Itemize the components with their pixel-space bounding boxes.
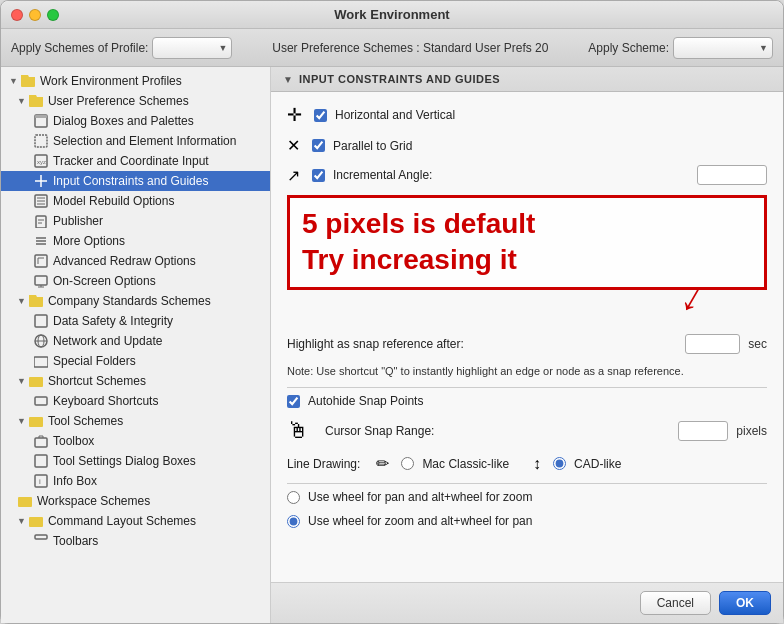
highlight-snap-input[interactable]: 1.00 xyxy=(685,334,740,354)
sidebar-item-advanced-redraw[interactable]: Advanced Redraw Options xyxy=(1,251,270,271)
maximize-button[interactable] xyxy=(47,9,59,21)
sidebar-item-network[interactable]: Network and Update xyxy=(1,331,270,351)
cad-like-icon: ↕ xyxy=(533,455,541,473)
toolbox-icon xyxy=(33,433,49,449)
mac-classic-radio[interactable] xyxy=(401,457,414,470)
sidebar-label: Tool Settings Dialog Boxes xyxy=(53,454,196,468)
sidebar-label: Toolbox xyxy=(53,434,94,448)
line-drawing-row: Line Drawing: ✏ Mac Classic-like ↕ CAD-l… xyxy=(287,454,767,473)
incremental-angle-row: ↗ Incremental Angle: 45.00° xyxy=(287,165,767,185)
svg-rect-38 xyxy=(35,535,47,539)
sidebar-item-toolbars[interactable]: Toolbars xyxy=(1,531,270,551)
svg-rect-20 xyxy=(35,276,47,285)
highlight-snap-unit: sec xyxy=(748,337,767,351)
sidebar-item-data-safety[interactable]: Data Safety & Integrity xyxy=(1,311,270,331)
svg-rect-34 xyxy=(35,475,47,487)
tree-arrow-icon: ▼ xyxy=(9,76,18,86)
pan-zoom-radio[interactable] xyxy=(287,491,300,504)
sidebar-item-selection[interactable]: Selection and Element Information xyxy=(1,131,270,151)
toolbar: Apply Schemes of Profile: ▼ User Prefere… xyxy=(1,29,783,67)
svg-rect-37 xyxy=(29,517,43,527)
svg-text:i: i xyxy=(39,477,41,486)
sidebar-item-shortcut-schemes[interactable]: ▼ Shortcut Schemes xyxy=(1,371,270,391)
hvg-icon: ✛ xyxy=(287,104,302,126)
tree-arrow-icon: ▼ xyxy=(17,516,26,526)
sidebar-label: Company Standards Schemes xyxy=(48,294,211,308)
sidebar-label: Toolbars xyxy=(53,534,98,548)
minimize-button[interactable] xyxy=(29,9,41,21)
sidebar-item-workspace[interactable]: Workspace Schemes xyxy=(1,491,270,511)
incremental-angle-checkbox[interactable] xyxy=(312,169,325,182)
apply-scheme-dropdown[interactable]: ▼ xyxy=(673,37,773,59)
svg-rect-13 xyxy=(36,216,46,228)
callout-line2: Try increasing it xyxy=(302,242,752,278)
highlight-snap-row: Highlight as snap reference after: 1.00 … xyxy=(287,334,767,354)
sidebar-label: Tracker and Coordinate Input xyxy=(53,154,209,168)
tracker-icon: xyz xyxy=(33,153,49,169)
cursor-snap-icon: 🖱 xyxy=(287,418,309,444)
zoom-pan-radio[interactable] xyxy=(287,515,300,528)
ok-button[interactable]: OK xyxy=(719,591,771,615)
sidebar-item-tool-schemes[interactable]: ▼ Tool Schemes xyxy=(1,411,270,431)
sidebar-label: Keyboard Shortcuts xyxy=(53,394,158,408)
sidebar-item-input-constraints[interactable]: Input Constraints and Guides xyxy=(1,171,270,191)
tree-arrow-icon: ▼ xyxy=(17,416,26,426)
svg-text:xyz: xyz xyxy=(37,159,46,165)
publisher-icon xyxy=(33,213,49,229)
sidebar-label: Workspace Schemes xyxy=(37,494,150,508)
sidebar-item-model-rebuild[interactable]: Model Rebuild Options xyxy=(1,191,270,211)
sidebar-item-keyboard[interactable]: Keyboard Shortcuts xyxy=(1,391,270,411)
parallel-grid-checkbox[interactable] xyxy=(312,139,325,152)
autohide-checkbox[interactable] xyxy=(287,395,300,408)
sidebar-item-work-env-profiles[interactable]: ▼ Work Environment Profiles xyxy=(1,71,270,91)
panel-title: INPUT CONSTRAINTS AND GUIDES xyxy=(299,73,500,85)
sidebar-item-toolbox[interactable]: Toolbox xyxy=(1,431,270,451)
folder-icon xyxy=(28,293,44,309)
selection-icon xyxy=(33,133,49,149)
incremental-angle-input[interactable]: 45.00° xyxy=(697,165,767,185)
horizontal-vertical-row: ✛ Horizontal and Vertical xyxy=(287,104,767,126)
cursor-snap-input[interactable]: 5 xyxy=(678,421,728,441)
cancel-button[interactable]: Cancel xyxy=(640,591,711,615)
main-content: ▼ Work Environment Profiles ▼ User Prefe… xyxy=(1,67,783,623)
sidebar-label: Input Constraints and Guides xyxy=(53,174,208,188)
sidebar-item-more-options[interactable]: More Options xyxy=(1,231,270,251)
on-screen-icon xyxy=(33,273,49,289)
apply-schemes-dropdown[interactable]: ▼ xyxy=(152,37,232,59)
parallel-grid-row: ✕ Parallel to Grid xyxy=(287,136,767,155)
data-safety-icon xyxy=(33,313,49,329)
network-icon xyxy=(33,333,49,349)
cursor-snap-label: Cursor Snap Range: xyxy=(325,424,434,438)
sidebar-item-on-screen[interactable]: On-Screen Options xyxy=(1,271,270,291)
sidebar: ▼ Work Environment Profiles ▼ User Prefe… xyxy=(1,67,271,623)
horizontal-vertical-checkbox[interactable] xyxy=(314,109,327,122)
info-box-icon: i xyxy=(33,473,49,489)
close-button[interactable] xyxy=(11,9,23,21)
sidebar-label: Advanced Redraw Options xyxy=(53,254,196,268)
autohide-row: Autohide Snap Points xyxy=(287,394,767,408)
sidebar-label: More Options xyxy=(53,234,125,248)
svg-rect-30 xyxy=(35,397,47,405)
apply-schemes-label: Apply Schemes of Profile: xyxy=(11,41,148,55)
folder-icon xyxy=(28,513,44,529)
dropdown-arrow-icon: ▼ xyxy=(218,43,227,53)
sidebar-label: Dialog Boxes and Palettes xyxy=(53,114,194,128)
sidebar-item-command-layout[interactable]: ▼ Command Layout Schemes xyxy=(1,511,270,531)
sidebar-item-tracker[interactable]: xyz Tracker and Coordinate Input xyxy=(1,151,270,171)
pan-zoom-label: Use wheel for pan and alt+wheel for zoom xyxy=(308,490,532,504)
sidebar-item-dialog-boxes[interactable]: Dialog Boxes and Palettes xyxy=(1,111,270,131)
mac-classic-label: Mac Classic-like xyxy=(422,457,509,471)
cad-like-radio[interactable] xyxy=(553,457,566,470)
sidebar-item-company-standards[interactable]: ▼ Company Standards Schemes xyxy=(1,291,270,311)
sidebar-item-tool-settings[interactable]: Tool Settings Dialog Boxes xyxy=(1,451,270,471)
apply-schemes-select: Apply Schemes of Profile: ▼ xyxy=(11,37,232,59)
svg-rect-29 xyxy=(29,377,43,387)
sidebar-item-info-box[interactable]: i Info Box xyxy=(1,471,270,491)
panel-body: ✛ Horizontal and Vertical ✕ Parallel to … xyxy=(271,92,783,582)
sidebar-item-user-pref[interactable]: ▼ User Preference Schemes xyxy=(1,91,270,111)
sidebar-item-special-folders[interactable]: Special Folders xyxy=(1,351,270,371)
highlight-snap-label: Highlight as snap reference after: xyxy=(287,337,464,351)
mac-classic-icon: ✏ xyxy=(376,454,389,473)
cursor-snap-unit: pixels xyxy=(736,424,767,438)
sidebar-item-publisher[interactable]: Publisher xyxy=(1,211,270,231)
